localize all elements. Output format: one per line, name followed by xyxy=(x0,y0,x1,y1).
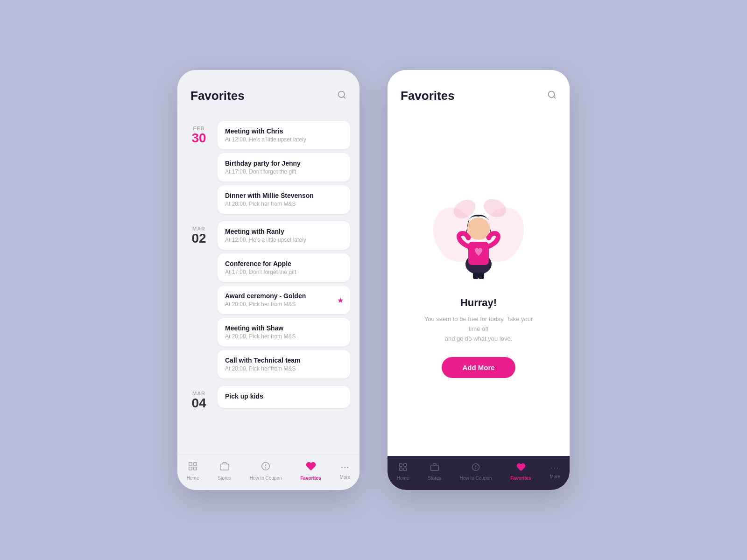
nav-favorites[interactable]: Favorites xyxy=(300,461,321,481)
date-label-feb30: FEB 30 xyxy=(187,121,211,146)
events-mar02: Meeting with Ranly At 12:00, He's a litt… xyxy=(218,221,350,378)
svg-point-18 xyxy=(467,217,490,240)
svg-rect-19 xyxy=(473,273,479,279)
favorites-icon-dark xyxy=(516,462,526,473)
event-title: Dinner with Millie Stevenson xyxy=(225,192,343,199)
events-feb30: Meeting with Chris At 12:00, He's a litt… xyxy=(218,121,350,214)
svg-point-9 xyxy=(266,468,266,468)
event-title: Conference for Apple xyxy=(225,260,343,267)
favorites-icon xyxy=(306,461,316,473)
event-sub: At 20:00, Pick her from M&S xyxy=(225,365,343,372)
nav-dark-home[interactable]: Home xyxy=(397,462,409,481)
nav-stores[interactable]: Stores xyxy=(218,461,231,481)
add-more-button[interactable]: Add More xyxy=(442,357,515,378)
svg-rect-3 xyxy=(194,462,197,465)
svg-rect-25 xyxy=(430,465,438,471)
event-card[interactable]: Meeting with Shaw At 20:00, Pick her fro… xyxy=(218,318,350,346)
nav-dark-favorites[interactable]: Favorites xyxy=(510,462,531,481)
event-card[interactable]: Birthday party for Jenny At 17:00, Don't… xyxy=(218,153,350,182)
bottom-nav-right: Home Stores How to Coupon xyxy=(388,456,570,490)
event-card[interactable]: Award ceremony - Golden At 20:00, Pick h… xyxy=(218,286,350,314)
event-title: Meeting with Shaw xyxy=(225,324,343,332)
event-title: Award ceremony - Golden xyxy=(225,292,343,300)
stores-icon-dark xyxy=(430,462,439,473)
right-header: Favorites xyxy=(388,70,570,112)
more-icon: ··· xyxy=(341,462,349,472)
nav-dark-coupon[interactable]: How to Coupon xyxy=(460,462,492,481)
right-title: Favorites xyxy=(401,89,455,103)
home-icon-dark xyxy=(398,462,408,473)
event-sub: At 12:00, He's a little upset lately xyxy=(225,237,343,243)
nav-favorites-label: Favorites xyxy=(300,476,321,481)
event-title: Call with Technical team xyxy=(225,357,343,364)
event-card[interactable]: Meeting with Chris At 12:00, He's a litt… xyxy=(218,121,350,149)
event-card[interactable]: Dinner with Millie Stevenson At 20:00, P… xyxy=(218,185,350,214)
event-title: Meeting with Chris xyxy=(225,127,343,135)
event-card[interactable]: Pick up kids xyxy=(218,386,350,408)
nav-dark-home-label: Home xyxy=(397,476,409,481)
day-number: 30 xyxy=(191,131,206,146)
home-icon xyxy=(188,461,198,473)
event-sub: At 20:00, Pick her from M&S xyxy=(225,333,343,340)
coupon-icon xyxy=(261,461,271,473)
nav-stores-label: Stores xyxy=(218,476,231,481)
svg-rect-22 xyxy=(404,464,407,467)
nav-dark-coupon-label: How to Coupon xyxy=(460,476,492,481)
svg-rect-6 xyxy=(220,464,228,470)
hurray-title: Hurray! xyxy=(460,297,497,309)
date-label-mar04: MAR 04 xyxy=(187,386,211,411)
nav-dark-more[interactable]: ··· More xyxy=(550,464,560,479)
event-title: Pick up kids xyxy=(225,392,343,400)
event-card[interactable]: Call with Technical team At 20:00, Pick … xyxy=(218,350,350,378)
nav-dark-stores-label: Stores xyxy=(428,476,441,481)
coupon-icon-dark xyxy=(471,462,480,473)
nav-more[interactable]: ··· More xyxy=(339,462,350,480)
svg-line-1 xyxy=(344,97,345,98)
bottom-nav-left: Home Stores How to Coupon xyxy=(177,454,359,490)
svg-rect-4 xyxy=(189,467,192,470)
left-title: Favorites xyxy=(190,89,245,103)
svg-rect-2 xyxy=(189,462,192,465)
right-phone: Favorites xyxy=(388,70,570,490)
day-number: 02 xyxy=(191,231,206,246)
event-sub: At 12:00, He's a little upset lately xyxy=(225,136,343,143)
event-title: Meeting with Ranly xyxy=(225,228,343,235)
event-sub: At 20:00, Pick her from M&S xyxy=(225,201,343,207)
date-group-mar04: MAR 04 Pick up kids xyxy=(177,382,359,414)
nav-home[interactable]: Home xyxy=(187,461,199,481)
event-card[interactable]: Meeting with Ranly At 12:00, He's a litt… xyxy=(218,221,350,250)
nav-home-label: Home xyxy=(187,476,199,481)
svg-point-28 xyxy=(476,469,476,469)
events-scroll: FEB 30 Meeting with Chris At 12:00, He's… xyxy=(177,112,359,454)
search-icon-right[interactable] xyxy=(547,90,557,102)
left-header: Favorites xyxy=(177,70,359,112)
date-label-mar02: MAR 02 xyxy=(187,221,211,246)
event-card[interactable]: Conference for Apple At 17:00, Don't for… xyxy=(218,253,350,282)
event-sub: At 17:00, Don't forget the gift xyxy=(225,269,343,275)
empty-state-area: Hurray! You seem to be free for today. T… xyxy=(388,112,570,456)
stores-icon xyxy=(219,461,230,473)
events-mar04: Pick up kids xyxy=(218,386,350,408)
left-phone: Favorites FEB 30 Meeting with Chris At 1… xyxy=(177,70,359,490)
nav-dark-stores[interactable]: Stores xyxy=(428,462,441,481)
svg-rect-21 xyxy=(400,464,402,467)
search-icon[interactable] xyxy=(337,90,346,102)
svg-rect-24 xyxy=(404,468,407,471)
more-icon-dark: ··· xyxy=(550,464,559,472)
nav-coupon-label: How to Coupon xyxy=(250,476,282,481)
event-title: Birthday party for Jenny xyxy=(225,160,343,167)
star-icon[interactable]: ★ xyxy=(337,295,344,304)
svg-rect-20 xyxy=(479,273,484,279)
nav-dark-favorites-label: Favorites xyxy=(510,476,531,481)
svg-rect-23 xyxy=(400,468,402,471)
nav-how-to-coupon[interactable]: How to Coupon xyxy=(250,461,282,481)
svg-line-11 xyxy=(554,97,556,98)
day-number: 04 xyxy=(191,396,206,411)
event-sub: At 17:00, Don't forget the gift xyxy=(225,168,343,175)
date-group-feb30: FEB 30 Meeting with Chris At 12:00, He's… xyxy=(177,117,359,217)
nav-dark-more-label: More xyxy=(550,474,560,479)
event-sub: At 20:00, Pick her from M&S xyxy=(225,301,343,308)
hurray-subtitle: You seem to be free for today. Take your… xyxy=(423,315,535,343)
nav-more-label: More xyxy=(339,475,350,480)
empty-illustration xyxy=(427,190,530,284)
